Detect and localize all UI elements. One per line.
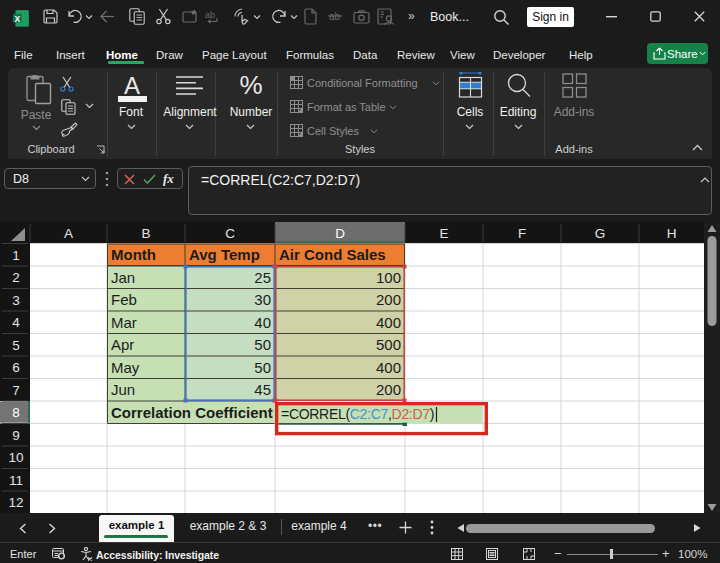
svg-text:D: D: [335, 226, 345, 241]
svg-text:10: 10: [8, 450, 23, 465]
svg-text:30: 30: [254, 291, 271, 308]
svg-text:ab: ab: [205, 10, 215, 20]
svg-text:H: H: [667, 226, 677, 241]
svg-text:25: 25: [254, 269, 271, 286]
svg-text:Month: Month: [111, 246, 156, 263]
svg-text:A: A: [64, 226, 73, 241]
svg-text:11: 11: [9, 473, 23, 488]
svg-text:X: X: [15, 14, 21, 24]
svg-text:50: 50: [254, 336, 271, 353]
svg-text:G: G: [595, 226, 606, 241]
svg-text:E: E: [439, 226, 448, 241]
svg-text:6: 6: [12, 360, 20, 375]
svg-text:50: 50: [254, 359, 271, 376]
svg-text:Apr: Apr: [111, 336, 134, 353]
svg-text:500: 500: [376, 336, 401, 353]
svg-text:400: 400: [376, 359, 401, 376]
svg-text:Correlation Coefficient: Correlation Coefficient: [111, 404, 273, 421]
svg-text:Jan: Jan: [111, 269, 135, 286]
svg-text:40: 40: [254, 314, 271, 331]
svg-text:Feb: Feb: [111, 291, 137, 308]
svg-text:8: 8: [12, 405, 20, 420]
svg-text:400: 400: [376, 314, 401, 331]
svg-text:3: 3: [12, 293, 20, 308]
svg-text:May: May: [111, 359, 140, 376]
svg-text:B: B: [141, 226, 150, 241]
svg-text:12: 12: [8, 495, 23, 510]
svg-text:C: C: [225, 226, 235, 241]
svg-text:=CORREL(C2:C7,D2:D7): =CORREL(C2:C7,D2:D7): [281, 406, 434, 422]
svg-text:7: 7: [12, 383, 20, 398]
svg-text:4: 4: [12, 315, 20, 330]
svg-text:1: 1: [12, 248, 20, 263]
svg-text:100: 100: [376, 269, 401, 286]
svg-text:45: 45: [254, 381, 271, 398]
svg-text:2: 2: [12, 270, 20, 285]
svg-text:Jun: Jun: [111, 381, 135, 398]
svg-text:5: 5: [12, 338, 20, 353]
svg-text:Mar: Mar: [111, 314, 137, 331]
svg-text:200: 200: [376, 291, 401, 308]
svg-text:200: 200: [376, 381, 401, 398]
svg-text:9: 9: [12, 428, 20, 443]
svg-text:Air Cond Sales: Air Cond Sales: [279, 246, 386, 263]
svg-text:Avg Temp: Avg Temp: [189, 246, 260, 263]
svg-text:F: F: [518, 226, 526, 241]
